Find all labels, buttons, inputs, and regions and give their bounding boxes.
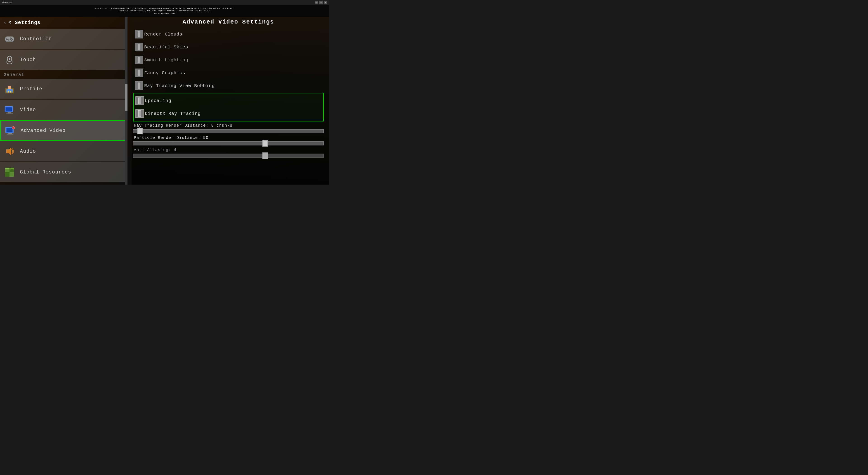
svg-rect-17 [6,108,12,111]
audio-icon [4,145,16,157]
toggle-handle-fancy-graphics [138,70,141,76]
toggle-smooth-lighting[interactable]: Smooth Lighting [133,54,324,66]
svg-point-7 [8,39,9,40]
sidebar-item-advanced-video-label: Advanced Video [21,128,66,133]
toggle-handle-directx-ray-tracing [138,110,141,117]
toggle-directx-ray-tracing[interactable]: DirectX Ray Tracing [133,108,323,120]
toggle-fancy-graphics[interactable]: Fancy Graphics [133,67,324,79]
sidebar-item-global-resources[interactable]: Global Resources [0,162,127,182]
global-resources-icon [4,166,16,178]
debug-line2: FPS:53.4, ServerTime:1.2, Mem:6129, High… [119,9,210,12]
minimize-button[interactable]: — [315,1,318,4]
controller-icon [4,33,16,45]
toggle-handle-render-clouds [138,31,141,37]
toggle-switch-upscaling[interactable] [135,96,145,105]
toggle-left-directx-ray-tracing[interactable] [135,109,144,118]
sidebar-item-touch-label: Touch [20,57,36,63]
svg-point-4 [12,39,13,40]
svg-rect-13 [8,86,11,89]
svg-rect-23 [7,134,13,135]
title-bar: Minecraft — □ ✕ [0,0,329,5]
svg-point-8 [10,37,11,39]
debug-bar: beta 1.15.0.7 (RENDERDRAGON) D3D12 RTX C… [0,5,329,17]
slider-track-ray-tracing-render-distance[interactable] [133,129,324,133]
toggle-switch-beautiful-skies[interactable] [135,43,144,51]
toggle-label-beautiful-skies: Beautiful Skies [144,44,188,50]
toggle-switch-smooth-lighting[interactable] [135,56,144,64]
toggle-label-directx-ray-tracing: DirectX Ray Tracing [145,111,201,116]
toggle-label-upscaling: Upscaling [145,98,171,103]
sidebar-item-touch[interactable]: Touch [0,50,127,70]
svg-point-10 [8,58,10,60]
toggle-label-ray-tracing-view-bobbing: Ray Tracing View Bobbing [144,83,215,88]
toggle-upscaling[interactable]: Upscaling [133,94,323,107]
svg-rect-32 [10,168,14,170]
svg-text:!: ! [13,127,13,129]
toggle-left-render-clouds[interactable] [135,30,143,38]
svg-rect-29 [5,172,9,177]
sidebar-item-controller[interactable]: Controller [0,29,127,49]
slider-section-particle-render-distance: Particle Render Distance: 50 [133,136,324,145]
svg-rect-21 [6,128,12,132]
toggle-left-fancy-graphics[interactable] [135,68,143,77]
sidebar-scrollbar[interactable] [125,17,127,184]
sidebar-item-profile[interactable]: Profile [0,79,127,99]
slider-thumb-particle-render-distance[interactable] [262,140,268,147]
svg-point-6 [11,40,12,41]
sidebar-item-audio[interactable]: Audio [0,141,127,161]
svg-rect-12 [6,89,13,92]
sidebar: ‹ < Settings Controller [0,17,127,184]
maximize-button[interactable]: □ [319,1,323,4]
sidebar-scrollbar-thumb[interactable] [125,84,127,111]
sidebar-item-video-label: Video [20,107,36,113]
toggle-render-clouds[interactable]: Render Clouds [133,28,324,40]
toggle-left-upscaling[interactable] [135,96,144,105]
toggle-label-fancy-graphics: Fancy Graphics [144,70,185,76]
toggle-switch-ray-tracing-view-bobbing[interactable] [135,82,144,90]
slider-label-anti-aliasing: Anti-Aliasing: 4 [133,148,324,152]
toggle-beautiful-skies[interactable]: Beautiful Skies [133,41,324,53]
svg-rect-15 [10,91,11,92]
toggle-ray-tracing-view-bobbing[interactable]: Ray Tracing View Bobbing [133,80,324,92]
sidebar-item-audio-label: Audio [20,149,36,154]
svg-marker-26 [6,148,11,155]
toggle-label-smooth-lighting: Smooth Lighting [144,57,188,63]
slider-thumb-anti-aliasing[interactable] [262,152,268,159]
slider-track-anti-aliasing[interactable] [133,154,324,158]
toggle-left-smooth-lighting[interactable] [135,56,143,64]
toggle-left-ray-tracing-view-bobbing[interactable] [135,82,143,90]
main-container: ‹ < Settings Controller [0,17,329,184]
sidebar-item-controller-label: Controller [20,36,52,42]
svg-rect-22 [8,133,12,134]
slider-thumb-ray-tracing-render-distance[interactable] [137,128,143,135]
right-panel: Advanced Video Settings Render Clouds Be… [127,17,329,184]
back-label: < Settings [8,20,40,26]
back-arrow-icon: ‹ [4,20,6,25]
sidebar-item-video[interactable]: Video [0,99,127,120]
svg-rect-31 [5,168,9,170]
profile-icon [4,83,16,95]
slider-label-ray-tracing-render-distance: Ray Tracing Render Distance: 8 chunks [133,123,324,128]
debug-line1: beta 1.15.0.7 (RENDERDRAGON) D3D12 RTX C… [94,7,235,9]
toggle-label-render-clouds: Render Clouds [144,32,182,37]
toggle-left-beautiful-skies[interactable] [135,43,143,51]
sidebar-item-profile-label: Profile [20,86,42,92]
svg-rect-19 [6,113,13,114]
slider-section-anti-aliasing: Anti-Aliasing: 4 [133,148,324,158]
svg-rect-14 [8,91,9,92]
sidebar-item-advanced-video[interactable]: ! Advanced Video [0,120,127,141]
app-name: Minecraft [2,1,12,4]
close-button[interactable]: ✕ [324,1,327,4]
debug-line3: Upscaling Mode: DL55 [154,12,176,15]
toggle-handle-beautiful-skies [138,44,141,50]
svg-rect-2 [6,39,8,40]
toggle-switch-render-clouds[interactable] [135,30,144,38]
touch-icon [4,54,16,66]
toggle-switch-directx-ray-tracing[interactable] [135,109,145,118]
toggle-handle-smooth-lighting [138,57,141,63]
toggle-switch-fancy-graphics[interactable] [135,68,144,77]
back-button[interactable]: ‹ < Settings [0,18,44,28]
slider-track-particle-render-distance[interactable] [133,141,324,145]
general-section-header: General [0,70,127,78]
slider-section-ray-tracing-render-distance: Ray Tracing Render Distance: 8 chunks [133,123,324,133]
